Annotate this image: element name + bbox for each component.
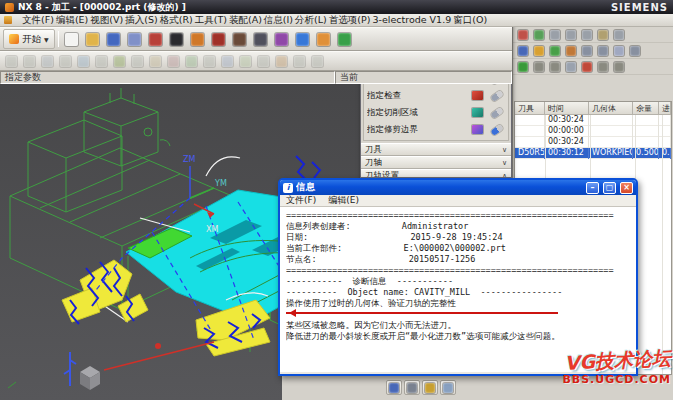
new-part-icon[interactable] [62, 29, 82, 49]
title-bar[interactable]: NX 8 - 加工 - [000002.prt (修改的) ] SIEMENS [0, 0, 673, 14]
menu-item-3[interactable]: 插入(S) [124, 14, 158, 25]
generate-toolpath-icon[interactable] [183, 53, 200, 69]
cut-object-icon[interactable] [111, 53, 128, 69]
window-screen-icon[interactable] [146, 29, 166, 49]
fit-view-icon[interactable] [531, 28, 546, 42]
post-process-icon[interactable] [273, 53, 290, 69]
display-cut-area-button[interactable] [488, 106, 505, 119]
column-header-geometry[interactable]: 几何体 [589, 102, 633, 115]
report-shortest-icon[interactable] [611, 44, 626, 58]
zoom-view-icon[interactable] [547, 28, 562, 42]
section-tool-axis[interactable]: 刀轴 ∨ [361, 156, 511, 169]
parallel-generate-icon [204, 56, 215, 67]
sketch-icon[interactable] [293, 29, 313, 49]
verify-toolpath-icon[interactable] [237, 53, 254, 69]
view-cube-icon[interactable] [251, 29, 271, 49]
navigator-header[interactable]: 刀具 时间 几何体 余量 进给 [515, 102, 671, 115]
curve-tool-icon[interactable] [335, 29, 355, 49]
create-program-icon[interactable] [3, 53, 20, 69]
create-operation-icon[interactable] [75, 53, 92, 69]
open-icon[interactable] [83, 29, 103, 49]
grid-list-icon[interactable] [563, 60, 578, 74]
select-check-button[interactable] [469, 89, 486, 102]
minimize-button[interactable]: – [586, 182, 599, 194]
signal-lamp-icon[interactable] [579, 60, 594, 74]
unapprove-path-icon[interactable] [531, 60, 546, 74]
info-title-bar[interactable]: i 信息 – ▢ × [280, 180, 636, 195]
true-shading-icon[interactable] [209, 29, 229, 49]
batch-output-icon[interactable] [547, 60, 562, 74]
paste-object-icon[interactable] [147, 53, 164, 69]
info-menu-edit[interactable]: 编辑(E) [327, 194, 360, 207]
menu-item-6[interactable]: 装配(A) [228, 14, 263, 25]
maximize-button[interactable]: ▢ [603, 182, 616, 194]
close-button[interactable]: × [620, 182, 633, 194]
info-content[interactable]: ========================================… [280, 207, 636, 372]
list-toolpath-icon[interactable] [255, 53, 272, 69]
display-trim-button[interactable] [488, 123, 505, 136]
machine-sim-icon[interactable] [309, 53, 326, 69]
shop-doc-icon[interactable] [291, 53, 308, 69]
replay-toolpath-icon[interactable] [219, 53, 236, 69]
menu-item-11[interactable]: 窗口(O) [452, 14, 488, 25]
delete-object-icon [168, 56, 179, 67]
copy-object-icon[interactable] [129, 53, 146, 69]
menu-item-0[interactable]: 文件(F) [21, 14, 55, 25]
transform-path-icon[interactable] [595, 44, 610, 58]
menu-item-9[interactable]: 首选项(P) [328, 14, 372, 25]
parallel-generate-icon[interactable] [201, 53, 218, 69]
menu-item-4[interactable]: 格式(R) [159, 14, 194, 25]
table-row-selected[interactable]: D50R5 00:30:12 WORKPIECE 0.500 0.2 [515, 148, 671, 159]
table-row[interactable]: 00:30:24 [515, 115, 671, 126]
create-method-icon[interactable] [57, 53, 74, 69]
column-header-stock[interactable]: 余量 [633, 102, 659, 115]
output-list-icon[interactable] [440, 380, 456, 395]
select-trim-button[interactable] [469, 123, 486, 136]
verify-gouge-icon[interactable] [547, 44, 562, 58]
assembly-constraint-icon[interactable] [230, 29, 250, 49]
lock-axis-icon[interactable] [579, 44, 594, 58]
tool-animation-icon[interactable] [563, 44, 578, 58]
menu-item-7[interactable]: 信息(I) [263, 14, 294, 25]
show-tool-path-icon[interactable] [386, 380, 402, 395]
shaded-view-icon[interactable] [167, 29, 187, 49]
show-tool-icon[interactable] [515, 44, 530, 58]
menu-item-5[interactable]: 工具(T) [194, 14, 228, 25]
snapshot-icon[interactable] [595, 28, 610, 42]
start-button[interactable]: 开始 ▼ [3, 29, 55, 49]
visual-style-icon[interactable] [188, 29, 208, 49]
menu-item-1[interactable]: 编辑(E) [55, 14, 89, 25]
layer-settings-icon[interactable] [611, 28, 626, 42]
move-component-icon[interactable] [272, 29, 292, 49]
column-header-tool[interactable]: 刀具 [515, 102, 545, 115]
create-geometry-icon[interactable] [39, 53, 56, 69]
create-tool-icon[interactable] [21, 53, 38, 69]
rotate-view-icon[interactable] [579, 28, 594, 42]
info-menu-file[interactable]: 文件(F) [285, 194, 317, 207]
command-finder-icon[interactable] [125, 29, 145, 49]
section-tool[interactable]: 刀具 ∨ [361, 143, 511, 156]
pan-view-icon[interactable] [563, 28, 578, 42]
feedback-icon[interactable] [595, 60, 610, 74]
menu-item-10[interactable]: 3-electrode V1.9 [371, 14, 452, 25]
column-header-time[interactable]: 时间 [545, 102, 589, 115]
column-header-feed[interactable]: 进给 [659, 102, 671, 115]
datum-plane-icon[interactable] [314, 29, 334, 49]
copy-path-icon[interactable] [627, 44, 642, 58]
verify-colormap-icon[interactable] [422, 380, 438, 395]
table-row[interactable]: 00:30:24 [515, 137, 671, 148]
delete-object-icon[interactable] [165, 53, 182, 69]
edit-object-icon[interactable] [93, 53, 110, 69]
filter-icon[interactable] [611, 60, 626, 74]
table-row[interactable]: 00:00:00 [515, 126, 671, 137]
menu-item-2[interactable]: 视图(V) [89, 14, 124, 25]
display-check-button[interactable] [488, 89, 505, 102]
approve-path-icon[interactable] [515, 60, 530, 74]
menu-item-8[interactable]: 分析(L) [294, 14, 328, 25]
edit-display-icon[interactable] [531, 44, 546, 58]
refresh-view-icon[interactable] [515, 28, 530, 42]
select-cut-area-button[interactable] [469, 106, 486, 119]
save-icon[interactable] [104, 29, 124, 49]
replay-icon[interactable] [404, 380, 420, 395]
section-path-settings[interactable]: 刀轨设置 ∧ [361, 169, 511, 178]
